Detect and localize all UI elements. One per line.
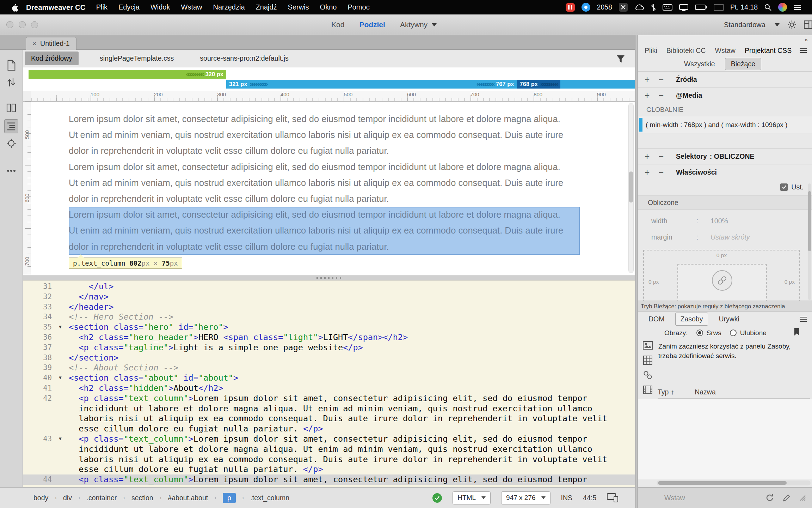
menu-Widok[interactable]: Widok bbox=[150, 3, 170, 11]
view-mode-Kod[interactable]: Kod bbox=[331, 20, 344, 29]
spotlight-search-icon[interactable] bbox=[764, 4, 771, 11]
panel-tab-Urywki[interactable]: Urywki bbox=[714, 313, 744, 325]
fold-arrow-icon[interactable]: ▼ bbox=[52, 434, 69, 444]
code-line[interactable]: esse cillum dolore eu fugiat nulla paria… bbox=[23, 424, 635, 434]
site-radio-label[interactable]: Srws bbox=[707, 329, 721, 337]
code-line[interactable]: 34<!-- Hero Section --> bbox=[23, 312, 635, 322]
tag-selector-.container[interactable]: .container bbox=[87, 494, 117, 502]
app-title[interactable]: Dreamweaver CC bbox=[26, 3, 86, 12]
tag-selector-#about.about[interactable]: #about.about bbox=[168, 494, 208, 502]
favorites-radio[interactable] bbox=[730, 329, 737, 336]
add-property-button[interactable]: + bbox=[640, 167, 654, 177]
battery-icon[interactable] bbox=[695, 5, 707, 10]
code-line[interactable]: esse cillum dolore eu fugiat nulla paria… bbox=[23, 464, 635, 474]
guides-target-icon[interactable] bbox=[4, 136, 18, 150]
panel-tab-DOM[interactable]: DOM bbox=[644, 313, 670, 325]
panel-tab-Wstaw[interactable]: Wstaw bbox=[710, 47, 740, 55]
code-line[interactable]: 31 </ul> bbox=[23, 282, 635, 292]
colors-category-icon[interactable] bbox=[642, 354, 654, 366]
view-mode-Podziel[interactable]: Podziel bbox=[359, 20, 385, 29]
doc-type-select[interactable]: HTML bbox=[453, 491, 491, 504]
layout-icon[interactable] bbox=[804, 20, 812, 29]
code-line[interactable]: 37 <p class="tagline">Light is a simple … bbox=[23, 343, 635, 353]
code-line[interactable]: 40▼<section class="about" id="about"> bbox=[23, 373, 635, 383]
tag-selector-p[interactable]: p bbox=[223, 493, 236, 503]
design-paragraph[interactable]: Lorem ipsum dolor sit amet, consectetur … bbox=[69, 207, 580, 255]
menu-Plik[interactable]: Plik bbox=[96, 3, 107, 11]
bookmark-icon[interactable] bbox=[794, 328, 800, 336]
menu-Wstaw[interactable]: Wstaw bbox=[181, 3, 202, 11]
column-name[interactable]: Nazwa bbox=[695, 388, 716, 396]
media-item-global[interactable]: GLOBALNIE bbox=[638, 103, 812, 116]
gear-icon[interactable] bbox=[787, 20, 796, 29]
window-zoom-button[interactable] bbox=[31, 21, 38, 28]
lint-ok-icon[interactable] bbox=[432, 493, 442, 503]
format-source-icon[interactable] bbox=[4, 119, 18, 133]
links-category-icon[interactable] bbox=[642, 369, 654, 381]
show-set-checkbox[interactable] bbox=[780, 183, 788, 191]
code-line[interactable]: 39<!-- About Section --> bbox=[23, 363, 635, 373]
view-mode-Aktywny[interactable]: Aktywny bbox=[400, 20, 437, 29]
code-line[interactable]: 36 <h2 class="hero_header">HERO <span cl… bbox=[23, 332, 635, 343]
edit-icon[interactable] bbox=[782, 494, 791, 502]
code-line[interactable]: laboris nisi ut aliquip ex ea commodo co… bbox=[23, 413, 635, 424]
panel-menu-icon[interactable] bbox=[799, 316, 807, 322]
media-category-icon[interactable] bbox=[642, 384, 654, 396]
code-line[interactable]: 33</header> bbox=[23, 302, 635, 312]
panel-tab-Zasoby[interactable]: Zasoby bbox=[675, 313, 708, 326]
code-line[interactable]: incididunt ut labore et dolore magna ali… bbox=[23, 444, 635, 454]
link-values-icon[interactable] bbox=[712, 270, 732, 291]
scrollbar-thumb[interactable] bbox=[658, 481, 787, 485]
remove-property-button[interactable]: − bbox=[654, 167, 668, 177]
menu-Pomoc[interactable]: Pomoc bbox=[347, 3, 369, 11]
window-size-select[interactable]: 947 x 276 bbox=[501, 491, 550, 504]
related-file[interactable]: Kod źródłowy bbox=[25, 52, 79, 65]
user-avatar[interactable] bbox=[778, 3, 787, 12]
tag-selector-section[interactable]: section bbox=[131, 494, 153, 502]
media-query-bar-321-768[interactable]: 321 px »»»»»»»» «««««««« 767 px 768 px »… bbox=[226, 80, 635, 89]
menubar-clock[interactable]: Pt. 14:18 bbox=[730, 3, 758, 11]
utility-x-icon[interactable] bbox=[619, 3, 628, 12]
related-file[interactable]: source-sans-pro:n2:default.js bbox=[195, 52, 293, 65]
panel-divider[interactable] bbox=[635, 35, 638, 508]
refresh-icon[interactable] bbox=[765, 494, 774, 502]
divider-grip[interactable] bbox=[316, 277, 342, 279]
scope-all-button[interactable]: Wszystkie bbox=[684, 60, 715, 68]
live-view-options-icon[interactable] bbox=[4, 101, 18, 115]
menu-Serwis[interactable]: Serwis bbox=[288, 3, 309, 11]
filter-icon[interactable] bbox=[616, 54, 625, 64]
property-value[interactable]: 100% bbox=[710, 217, 728, 225]
creative-cloud-icon[interactable] bbox=[634, 4, 644, 11]
display-mirroring-icon[interactable] bbox=[679, 4, 688, 11]
notification-center-icon[interactable] bbox=[794, 5, 801, 10]
input-language-flag-icon[interactable] bbox=[714, 4, 724, 11]
scope-current-button[interactable]: Bieżące bbox=[725, 58, 761, 70]
related-file[interactable]: singlePageTemplate.css bbox=[95, 52, 179, 65]
scrollbar-thumb[interactable] bbox=[808, 191, 811, 251]
workspace-switcher[interactable]: Standardowa bbox=[724, 14, 780, 35]
margin-left-value[interactable]: 0 px bbox=[648, 279, 659, 285]
add-source-button[interactable]: + bbox=[640, 74, 654, 85]
add-selector-button[interactable]: + bbox=[640, 151, 654, 162]
menu-Edycja[interactable]: Edycja bbox=[118, 3, 140, 11]
apple-icon[interactable] bbox=[11, 3, 18, 12]
code-line[interactable]: 32 </nav> bbox=[23, 292, 635, 302]
menu-Okno[interactable]: Okno bbox=[320, 3, 337, 11]
tag-selector-.text_column[interactable]: .text_column bbox=[250, 494, 289, 502]
menu-Znajdź[interactable]: Znajdź bbox=[256, 3, 277, 11]
remove-source-button[interactable]: − bbox=[654, 74, 668, 85]
assets-list[interactable] bbox=[638, 399, 812, 479]
code-line[interactable]: 43▼ <p class="text_column">Lorem ipsum d… bbox=[23, 434, 635, 444]
notification-app-icon[interactable] bbox=[582, 3, 590, 12]
design-paragraph[interactable]: Lorem ipsum dolor sit amet, consectetur … bbox=[69, 159, 580, 207]
code-line[interactable]: 38</section> bbox=[23, 353, 635, 363]
open-documents-icon[interactable] bbox=[4, 58, 18, 72]
code-line[interactable]: 42 <p class="text_column">Lorem ipsum do… bbox=[23, 393, 635, 404]
fold-arrow-icon[interactable]: ▼ bbox=[52, 373, 69, 383]
bluetooth-icon[interactable] bbox=[651, 4, 656, 11]
code-line[interactable]: 41 <h2 class="hidden">About</h2> bbox=[23, 383, 635, 393]
column-type[interactable]: Typ↑ bbox=[658, 388, 674, 396]
favorites-radio-label[interactable]: Ulubione bbox=[740, 329, 767, 337]
assets-h-scrollbar[interactable] bbox=[657, 480, 811, 485]
panel-tab-Projektant CSS[interactable]: Projektant CSS bbox=[740, 47, 796, 55]
